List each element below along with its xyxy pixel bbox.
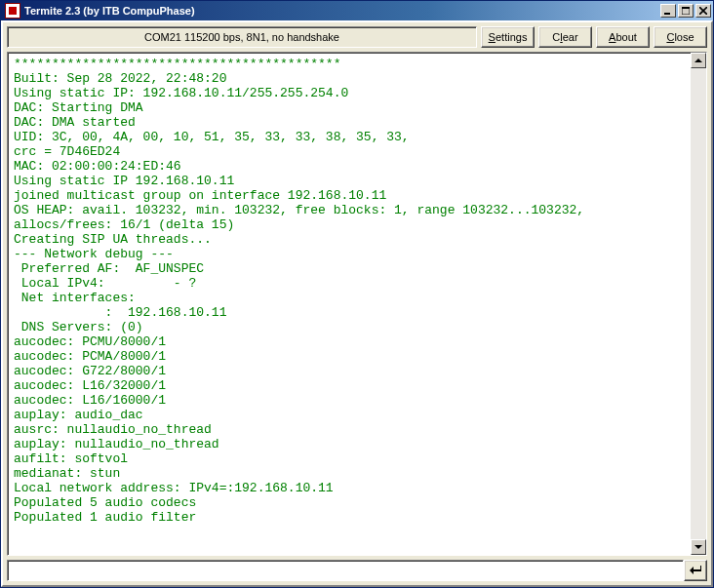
chevron-up-icon xyxy=(694,57,702,64)
maximize-button[interactable] xyxy=(678,4,694,18)
port-status-field[interactable]: COM21 115200 bps, 8N1, no handshake xyxy=(7,26,477,48)
client-area: COM21 115200 bps, 8N1, no handshake Sett… xyxy=(1,20,713,587)
settings-button[interactable]: Settings xyxy=(481,26,535,48)
clear-button[interactable]: Clear xyxy=(538,26,592,48)
scroll-up-button[interactable] xyxy=(691,53,706,68)
toolbar-row: COM21 115200 bps, 8N1, no handshake Sett… xyxy=(7,26,707,48)
svg-rect-0 xyxy=(664,13,670,15)
minimize-button[interactable] xyxy=(660,4,676,18)
terminal-panel: ****************************************… xyxy=(7,52,707,556)
svg-marker-6 xyxy=(694,545,702,549)
command-input[interactable] xyxy=(7,560,684,581)
svg-rect-2 xyxy=(682,7,690,9)
about-button[interactable]: About xyxy=(596,26,650,48)
title-bar[interactable]: Termite 2.3 (by ITB CompuPhase) xyxy=(1,1,713,20)
send-button[interactable] xyxy=(684,560,707,581)
terminal-output[interactable]: ****************************************… xyxy=(8,53,691,555)
app-icon xyxy=(5,3,20,19)
scroll-down-button[interactable] xyxy=(691,539,706,555)
app-window: Termite 2.3 (by ITB CompuPhase) COM21 11… xyxy=(0,0,714,588)
input-row xyxy=(7,560,707,581)
svg-marker-5 xyxy=(694,59,702,62)
window-title: Termite 2.3 (by ITB CompuPhase) xyxy=(24,5,658,17)
scroll-track[interactable] xyxy=(691,68,706,539)
close-window-button[interactable] xyxy=(695,4,711,18)
port-status-text: COM21 115200 bps, 8N1, no handshake xyxy=(144,31,339,43)
window-controls xyxy=(658,4,711,18)
vertical-scrollbar[interactable] xyxy=(691,53,706,555)
svg-marker-9 xyxy=(690,566,701,574)
close-button[interactable]: Close xyxy=(654,26,707,48)
enter-icon xyxy=(689,565,702,576)
chevron-down-icon xyxy=(694,543,702,551)
